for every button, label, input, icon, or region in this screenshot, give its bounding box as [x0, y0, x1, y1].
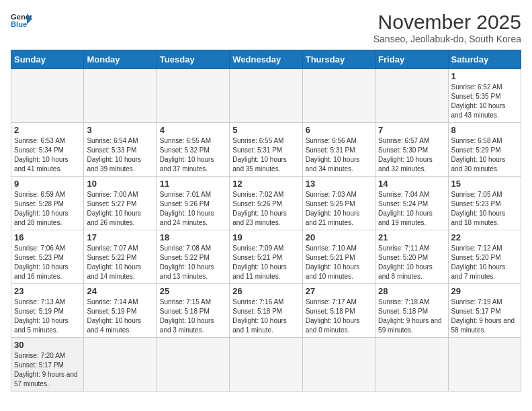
day-number: 4	[160, 125, 226, 135]
calendar-week-0: 1Sunrise: 6:52 AM Sunset: 5:35 PM Daylig…	[11, 69, 521, 123]
day-info: Sunrise: 6:59 AM Sunset: 5:28 PM Dayligh…	[14, 190, 81, 228]
calendar-cell: 12Sunrise: 7:02 AM Sunset: 5:26 PM Dayli…	[230, 177, 302, 230]
day-number: 20	[306, 232, 372, 242]
day-info: Sunrise: 7:12 AM Sunset: 5:20 PM Dayligh…	[451, 244, 518, 281]
day-number: 1	[451, 71, 518, 81]
calendar-cell: 9Sunrise: 6:59 AM Sunset: 5:28 PM Daylig…	[11, 177, 84, 230]
calendar-cell: 22Sunrise: 7:12 AM Sunset: 5:20 PM Dayli…	[448, 230, 521, 284]
logo: General Blue	[11, 11, 32, 30]
day-number: 25	[160, 286, 226, 296]
day-info: Sunrise: 6:56 AM Sunset: 5:31 PM Dayligh…	[306, 136, 372, 174]
calendar-table: SundayMondayTuesdayWednesdayThursdayFrid…	[11, 50, 521, 392]
day-info: Sunrise: 7:18 AM Sunset: 5:18 PM Dayligh…	[378, 298, 445, 335]
day-info: Sunrise: 7:20 AM Sunset: 5:17 PM Dayligh…	[14, 351, 81, 389]
day-number: 11	[160, 179, 226, 189]
calendar-cell: 2Sunrise: 6:53 AM Sunset: 5:34 PM Daylig…	[11, 123, 84, 177]
day-number: 14	[378, 179, 445, 189]
day-info: Sunrise: 7:03 AM Sunset: 5:25 PM Dayligh…	[306, 190, 372, 228]
day-number: 12	[232, 179, 299, 189]
calendar-cell	[375, 69, 448, 123]
calendar-cell	[84, 69, 157, 123]
day-info: Sunrise: 7:07 AM Sunset: 5:22 PM Dayligh…	[87, 244, 153, 281]
calendar-cell	[157, 69, 229, 123]
day-number: 5	[232, 125, 299, 135]
calendar-cell: 3Sunrise: 6:54 AM Sunset: 5:33 PM Daylig…	[84, 123, 157, 177]
day-info: Sunrise: 7:05 AM Sunset: 5:23 PM Dayligh…	[451, 190, 518, 228]
day-info: Sunrise: 7:16 AM Sunset: 5:18 PM Dayligh…	[232, 298, 299, 335]
day-info: Sunrise: 6:57 AM Sunset: 5:30 PM Dayligh…	[378, 136, 445, 174]
day-number: 13	[306, 179, 372, 189]
calendar-header-row: SundayMondayTuesdayWednesdayThursdayFrid…	[11, 50, 521, 69]
day-info: Sunrise: 6:53 AM Sunset: 5:34 PM Dayligh…	[14, 136, 81, 174]
calendar-week-5: 30Sunrise: 7:20 AM Sunset: 5:17 PM Dayli…	[11, 338, 521, 392]
day-number: 10	[87, 179, 153, 189]
calendar-cell: 28Sunrise: 7:18 AM Sunset: 5:18 PM Dayli…	[375, 284, 448, 338]
header-sunday: Sunday	[11, 50, 84, 69]
day-number: 8	[451, 125, 518, 135]
calendar-cell: 10Sunrise: 7:00 AM Sunset: 5:27 PM Dayli…	[84, 177, 157, 230]
day-info: Sunrise: 6:55 AM Sunset: 5:32 PM Dayligh…	[160, 136, 226, 174]
day-info: Sunrise: 7:10 AM Sunset: 5:21 PM Dayligh…	[306, 244, 372, 281]
calendar-cell: 13Sunrise: 7:03 AM Sunset: 5:25 PM Dayli…	[302, 177, 375, 230]
calendar-cell	[302, 338, 375, 392]
day-number: 2	[14, 125, 81, 135]
calendar-cell: 16Sunrise: 7:06 AM Sunset: 5:23 PM Dayli…	[11, 230, 84, 284]
day-number: 18	[160, 232, 226, 242]
day-info: Sunrise: 7:04 AM Sunset: 5:24 PM Dayligh…	[378, 190, 445, 228]
day-number: 15	[451, 179, 518, 189]
calendar-cell: 21Sunrise: 7:11 AM Sunset: 5:20 PM Dayli…	[375, 230, 448, 284]
calendar-cell: 27Sunrise: 7:17 AM Sunset: 5:18 PM Dayli…	[302, 284, 375, 338]
day-number: 28	[378, 286, 445, 296]
day-number: 22	[451, 232, 518, 242]
calendar-week-3: 16Sunrise: 7:06 AM Sunset: 5:23 PM Dayli…	[11, 230, 521, 284]
day-info: Sunrise: 7:06 AM Sunset: 5:23 PM Dayligh…	[14, 244, 81, 281]
day-info: Sunrise: 7:14 AM Sunset: 5:19 PM Dayligh…	[87, 298, 153, 335]
day-info: Sunrise: 6:54 AM Sunset: 5:33 PM Dayligh…	[87, 136, 153, 174]
day-info: Sunrise: 7:08 AM Sunset: 5:22 PM Dayligh…	[160, 244, 226, 281]
day-info: Sunrise: 6:58 AM Sunset: 5:29 PM Dayligh…	[451, 136, 518, 174]
calendar-cell	[448, 338, 521, 392]
day-number: 24	[87, 286, 153, 296]
day-info: Sunrise: 7:13 AM Sunset: 5:19 PM Dayligh…	[14, 298, 81, 335]
calendar-cell: 18Sunrise: 7:08 AM Sunset: 5:22 PM Dayli…	[157, 230, 229, 284]
header-monday: Monday	[84, 50, 157, 69]
title-section: November 2025 Sanseo, Jeollabuk-do, Sout…	[373, 11, 521, 44]
calendar-cell: 29Sunrise: 7:19 AM Sunset: 5:17 PM Dayli…	[448, 284, 521, 338]
header-wednesday: Wednesday	[230, 50, 302, 69]
day-number: 17	[87, 232, 153, 242]
calendar-cell: 24Sunrise: 7:14 AM Sunset: 5:19 PM Dayli…	[84, 284, 157, 338]
header-friday: Friday	[375, 50, 448, 69]
day-info: Sunrise: 7:00 AM Sunset: 5:27 PM Dayligh…	[87, 190, 153, 228]
calendar-cell	[230, 69, 302, 123]
calendar-cell	[230, 338, 302, 392]
calendar-week-1: 2Sunrise: 6:53 AM Sunset: 5:34 PM Daylig…	[11, 123, 521, 177]
day-info: Sunrise: 7:02 AM Sunset: 5:26 PM Dayligh…	[232, 190, 299, 228]
calendar-cell: 26Sunrise: 7:16 AM Sunset: 5:18 PM Dayli…	[230, 284, 302, 338]
calendar-cell	[157, 338, 229, 392]
calendar-cell: 5Sunrise: 6:55 AM Sunset: 5:31 PM Daylig…	[230, 123, 302, 177]
calendar-cell: 15Sunrise: 7:05 AM Sunset: 5:23 PM Dayli…	[448, 177, 521, 230]
day-info: Sunrise: 7:19 AM Sunset: 5:17 PM Dayligh…	[451, 298, 518, 335]
calendar-cell: 4Sunrise: 6:55 AM Sunset: 5:32 PM Daylig…	[157, 123, 229, 177]
page-header: General Blue November 2025 Sanseo, Jeoll…	[11, 11, 521, 44]
calendar-cell: 19Sunrise: 7:09 AM Sunset: 5:21 PM Dayli…	[230, 230, 302, 284]
day-info: Sunrise: 6:52 AM Sunset: 5:35 PM Dayligh…	[451, 83, 518, 120]
header-saturday: Saturday	[448, 50, 521, 69]
month-title: November 2025	[373, 11, 521, 34]
calendar-cell: 1Sunrise: 6:52 AM Sunset: 5:35 PM Daylig…	[448, 69, 521, 123]
day-number: 3	[87, 125, 153, 135]
day-info: Sunrise: 7:01 AM Sunset: 5:26 PM Dayligh…	[160, 190, 226, 228]
day-number: 27	[306, 286, 372, 296]
header-tuesday: Tuesday	[157, 50, 229, 69]
calendar-cell: 20Sunrise: 7:10 AM Sunset: 5:21 PM Dayli…	[302, 230, 375, 284]
calendar-cell	[302, 69, 375, 123]
day-info: Sunrise: 7:11 AM Sunset: 5:20 PM Dayligh…	[378, 244, 445, 281]
location-subtitle: Sanseo, Jeollabuk-do, South Korea	[373, 34, 521, 44]
day-number: 30	[14, 340, 81, 350]
day-info: Sunrise: 7:15 AM Sunset: 5:18 PM Dayligh…	[160, 298, 226, 335]
calendar-week-2: 9Sunrise: 6:59 AM Sunset: 5:28 PM Daylig…	[11, 177, 521, 230]
calendar-cell: 17Sunrise: 7:07 AM Sunset: 5:22 PM Dayli…	[84, 230, 157, 284]
day-number: 21	[378, 232, 445, 242]
calendar-cell: 8Sunrise: 6:58 AM Sunset: 5:29 PM Daylig…	[448, 123, 521, 177]
calendar-cell: 11Sunrise: 7:01 AM Sunset: 5:26 PM Dayli…	[157, 177, 229, 230]
